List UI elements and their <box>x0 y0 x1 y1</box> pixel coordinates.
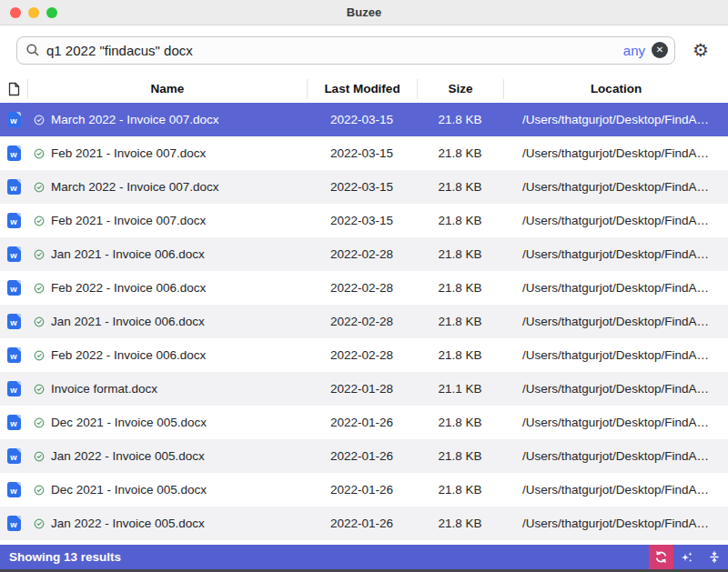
file-name: Jan 2021 - Invoice 006.docx <box>51 247 205 261</box>
collapse-vertical-icon <box>708 550 721 564</box>
clear-search-button[interactable]: ✕ <box>652 42 668 58</box>
file-location: /Users/thatgurjot/Desktop/FindA… <box>503 146 728 160</box>
word-file-icon: w <box>7 146 21 161</box>
word-file-icon: w <box>7 347 21 363</box>
document-icon <box>8 82 20 96</box>
minimize-window-button[interactable] <box>28 7 39 18</box>
file-location: /Users/thatgurjot/Desktop/FindA… <box>503 113 728 126</box>
file-location: /Users/thatgurjot/Desktop/FindA… <box>503 348 728 362</box>
ai-assist-button[interactable] <box>673 545 701 569</box>
word-file-icon: w <box>7 112 21 127</box>
word-file-icon: w <box>7 280 21 296</box>
file-size: 21.8 KB <box>417 214 503 227</box>
word-file-icon: w <box>7 179 21 195</box>
file-size: 21.8 KB <box>417 517 503 530</box>
check-circle-icon <box>34 316 45 327</box>
table-row[interactable]: w Dec 2021 - Invoice 005.docx 2022-01-26… <box>0 406 728 439</box>
word-file-icon: w <box>7 415 21 430</box>
file-size: 21.8 KB <box>417 348 503 362</box>
file-location: /Users/thatgurjot/Desktop/FindA… <box>503 382 728 396</box>
file-size: 21.8 KB <box>417 113 503 126</box>
file-location: /Users/thatgurjot/Desktop/FindA… <box>503 483 728 497</box>
word-file-icon: w <box>7 482 21 497</box>
search-type-filter[interactable]: any <box>623 43 645 58</box>
file-date: 2022-03-15 <box>307 214 417 227</box>
name-column-header[interactable]: Name <box>27 79 307 99</box>
check-circle-icon <box>34 283 45 294</box>
table-body: w March 2022 - Invoice 007.docx 2022-03-… <box>0 103 728 540</box>
file-date: 2022-02-28 <box>307 315 417 328</box>
last-modified-column-header[interactable]: Last Modifed <box>307 79 417 99</box>
file-name: Jan 2022 - Invoice 005.docx <box>51 449 205 463</box>
close-window-button[interactable] <box>10 7 21 18</box>
table-row[interactable]: w Jan 2022 - Invoice 005.docx 2022-01-26… <box>0 439 728 473</box>
file-date: 2022-02-28 <box>307 281 417 295</box>
check-circle-icon <box>34 115 45 125</box>
gear-icon: ⚙ <box>693 39 709 61</box>
file-size: 21.8 KB <box>417 449 503 463</box>
file-date: 2022-02-28 <box>307 348 417 362</box>
window-title: Buzee <box>347 5 381 19</box>
table-row[interactable]: w Jan 2021 - Invoice 006.docx 2022-02-28… <box>0 305 728 338</box>
app-window: Buzee any ✕ ⚙ Name <box>0 0 728 572</box>
file-name: Feb 2022 - Invoice 006.docx <box>51 348 206 362</box>
file-date: 2022-03-15 <box>307 146 417 160</box>
status-bar-actions <box>649 545 728 569</box>
file-name: Dec 2021 - Invoice 005.docx <box>51 483 207 497</box>
refresh-button[interactable] <box>649 545 673 569</box>
file-size: 21.8 KB <box>417 416 503 429</box>
table-header: Name Last Modifed Size Location <box>0 75 728 103</box>
search-field[interactable]: any ✕ <box>16 36 675 65</box>
settings-button[interactable]: ⚙ <box>689 38 713 62</box>
file-location: /Users/thatgurjot/Desktop/FindA… <box>503 214 728 227</box>
refresh-icon <box>654 550 668 564</box>
file-location: /Users/thatgurjot/Desktop/FindA… <box>503 449 728 463</box>
file-size: 21.8 KB <box>417 247 503 261</box>
file-date: 2022-01-28 <box>307 382 417 396</box>
table-row[interactable]: w Jan 2022 - Invoice 005.docx 2022-01-26… <box>0 507 728 540</box>
file-size: 21.8 KB <box>417 483 503 497</box>
file-location: /Users/thatgurjot/Desktop/FindA… <box>503 517 728 530</box>
table-row[interactable]: w Jan 2021 - Invoice 006.docx 2022-02-28… <box>0 237 728 271</box>
file-name: March 2022 - Invoice 007.docx <box>51 113 219 126</box>
file-location: /Users/thatgurjot/Desktop/FindA… <box>503 281 728 295</box>
file-date: 2022-01-26 <box>307 416 417 429</box>
table-row[interactable]: w March 2022 - Invoice 007.docx 2022-03-… <box>0 103 728 136</box>
file-type-column-header[interactable] <box>0 79 27 99</box>
check-circle-icon <box>34 451 45 462</box>
file-date: 2022-01-26 <box>307 449 417 463</box>
size-column-header[interactable]: Size <box>417 79 503 99</box>
file-size: 21.1 KB <box>417 382 503 396</box>
check-circle-icon <box>34 485 45 496</box>
file-date: 2022-03-15 <box>307 180 417 194</box>
check-circle-icon <box>34 384 45 395</box>
collapse-panel-button[interactable] <box>701 545 728 569</box>
file-location: /Users/thatgurjot/Desktop/FindA… <box>503 247 728 261</box>
table-row[interactable]: w Feb 2021 - Invoice 007.docx 2022-03-15… <box>0 136 728 170</box>
file-name: Dec 2021 - Invoice 005.docx <box>51 416 207 429</box>
location-column-header[interactable]: Location <box>503 79 728 99</box>
file-date: 2022-03-15 <box>307 113 417 126</box>
search-input[interactable] <box>46 43 617 58</box>
table-row[interactable]: w Dec 2021 - Invoice 005.docx 2022-01-26… <box>0 473 728 507</box>
table-row[interactable]: w March 2022 - Invoice 007.docx 2022-03-… <box>0 170 728 204</box>
titlebar: Buzee <box>0 0 728 25</box>
table-row[interactable]: w Invoice format.docx 2022-01-28 21.1 KB… <box>0 372 728 406</box>
sparkles-icon <box>680 550 694 565</box>
file-name: Invoice format.docx <box>51 382 157 396</box>
file-name: Feb 2021 - Invoice 007.docx <box>51 214 206 227</box>
search-icon <box>25 43 40 57</box>
file-date: 2022-02-28 <box>307 247 417 261</box>
file-size: 21.8 KB <box>417 315 503 328</box>
file-size: 21.8 KB <box>417 281 503 295</box>
table-row[interactable]: w Feb 2022 - Invoice 006.docx 2022-02-28… <box>0 338 728 372</box>
table-row[interactable]: w Feb 2022 - Invoice 006.docx 2022-02-28… <box>0 271 728 305</box>
word-file-icon: w <box>7 213 21 228</box>
zoom-window-button[interactable] <box>46 7 57 18</box>
file-size: 21.8 KB <box>417 146 503 160</box>
close-icon: ✕ <box>656 45 663 55</box>
results-count-status: Showing 13 results <box>9 550 121 564</box>
check-circle-icon <box>34 350 45 361</box>
table-row[interactable]: w Feb 2021 - Invoice 007.docx 2022-03-15… <box>0 204 728 237</box>
file-name: Jan 2021 - Invoice 006.docx <box>51 315 205 328</box>
